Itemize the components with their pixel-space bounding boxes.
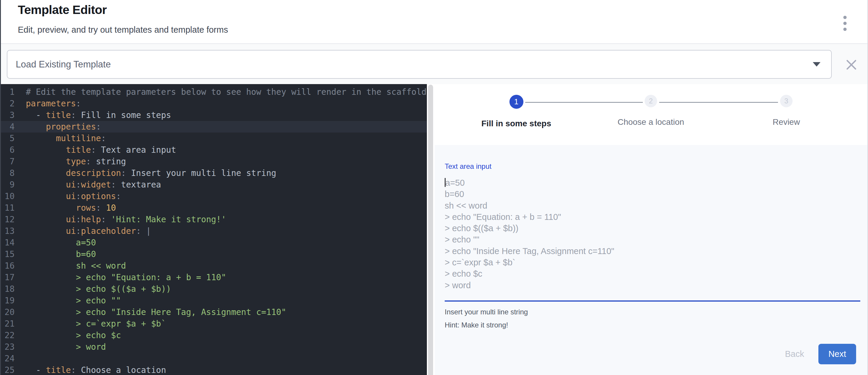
code-text: > word [14,341,106,353]
code-line[interactable]: 25 - title: Choose a location [1,364,427,375]
form-card: Text area input a=50b=60sh << word> echo… [435,145,867,375]
editor-scrollbar[interactable] [427,84,435,375]
line-number: 12 [1,214,14,225]
line-number: 11 [1,202,14,214]
code-text: ui:widget: textarea [14,179,161,190]
wizard-actions: Back Next [785,344,856,364]
yaml-code-editor[interactable]: 1# Edit the template parameters below to… [1,84,427,375]
clear-template-button[interactable] [845,58,858,71]
textarea-placeholder-line: > word [445,280,860,291]
code-text: # Edit the template parameters below to … [14,86,427,98]
code-line[interactable]: 22 > echo $c [1,330,427,341]
multiline-textarea[interactable]: a=50b=60sh << word> echo "Equation: a + … [445,177,860,296]
page-title: Template Editor [18,3,106,17]
textarea-focus-underline [445,301,860,302]
more-options-button[interactable] [838,12,852,34]
header: Template Editor Edit, preview, and try o… [1,0,867,44]
line-number: 8 [1,167,14,179]
editor-scrollbar-thumb[interactable] [428,85,433,375]
main-split: 1# Edit the template parameters below to… [1,84,867,375]
code-line[interactable]: 10 ui:options: [1,190,427,202]
code-line[interactable]: 5 multiline: [1,132,427,144]
code-line[interactable]: 6 title: Text area input [1,144,427,156]
code-text: > echo $(($a + $b)) [14,283,171,295]
code-text: > echo $c [14,330,121,341]
field-help: Hint: Make it strong! [445,321,508,329]
field-description: Insert your multi line string [445,308,528,316]
kebab-menu-icon [843,22,847,25]
textarea-placeholder-line: > echo $(($a + $b)) [445,223,860,234]
code-line[interactable]: 1# Edit the template parameters below to… [1,86,427,98]
line-number: 1 [1,86,14,98]
line-number: 24 [1,353,14,364]
code-line[interactable]: 7 type: string [1,156,427,167]
back-button[interactable]: Back [785,349,804,359]
load-template-select[interactable]: Load Existing Template [7,50,832,79]
next-button[interactable]: Next [818,344,856,364]
code-line[interactable]: 8 description: Insert your multi line st… [1,167,427,179]
code-text: sh << word [14,260,126,272]
code-text: b=60 [14,248,96,260]
code-line[interactable]: 23 > word [1,341,427,353]
step-circle[interactable]: 1 [509,95,523,109]
stepper: 1 Fill in some steps 2 Choose a location… [435,84,867,145]
code-text: properties: [14,121,101,132]
page-subtitle: Edit, preview, and try out templates and… [18,25,228,35]
code-line[interactable]: 11 rows: 10 [1,202,427,214]
code-line[interactable]: 17 > echo "Equation: a + b = 110" [1,272,427,283]
line-number: 22 [1,330,14,341]
textarea-placeholder-line: sh << word [445,200,860,211]
stepper-step-2[interactable]: 2 Choose a location [600,95,701,127]
line-number: 7 [1,156,14,167]
code-line[interactable]: 15 b=60 [1,248,427,260]
code-text: title: Text area input [14,144,176,156]
code-line[interactable]: 13 ui:placeholder: | [1,225,427,237]
code-text: type: string [14,156,126,167]
line-number: 20 [1,306,14,318]
step-circle[interactable]: 3 [780,95,793,107]
line-number: 14 [1,237,14,248]
code-text: > echo "" [14,295,121,306]
step-label: Choose a location [600,117,701,127]
code-line[interactable]: 3 - title: Fill in some steps [1,110,427,121]
step-label: Review [736,117,837,127]
code-text: parameters: [14,98,81,110]
code-text: ui:help: 'Hint: Make it strong!' [14,214,226,225]
code-text: > c=`expr $a + $b` [14,318,166,330]
code-line[interactable]: 2parameters: [1,98,427,110]
code-text: ui:options: [14,190,121,202]
code-line[interactable]: 21 > c=`expr $a + $b` [1,318,427,330]
line-number: 25 [1,364,14,375]
caret-down-icon[interactable] [813,62,820,67]
code-line[interactable]: 14 a=50 [1,237,427,248]
stepper-step-1[interactable]: 1 Fill in some steps [466,95,567,128]
code-line[interactable]: 4 properties: [1,121,427,132]
line-number: 17 [1,272,14,283]
code-line[interactable]: 18 > echo $(($a + $b)) [1,283,427,295]
code-line[interactable]: 24 [1,353,427,364]
line-number: 23 [1,341,14,353]
code-text: description: Insert your multi line stri… [14,167,276,179]
textarea-placeholder-line: > echo $c [445,268,860,279]
code-line[interactable]: 20 > echo "Inside Here Tag, Assignment c… [1,306,427,318]
step-label: Fill in some steps [466,119,567,128]
close-icon [845,59,857,71]
code-text: rows: 10 [14,202,116,214]
code-line[interactable]: 16 sh << word [1,260,427,272]
line-number: 3 [1,110,14,121]
textarea-placeholder-line: b=60 [445,188,860,200]
code-line[interactable]: 12 ui:help: 'Hint: Make it strong!' [1,214,427,225]
code-line[interactable]: 19 > echo "" [1,295,427,306]
step-circle[interactable]: 2 [645,95,657,107]
line-number: 9 [1,179,14,190]
code-text: > echo "Equation: a + b = 110" [14,272,226,283]
code-text: ui:placeholder: | [14,225,151,237]
stepper-step-3[interactable]: 3 Review [736,95,837,127]
line-number: 21 [1,318,14,330]
load-template-placeholder: Load Existing Template [16,59,813,70]
code-text [14,353,26,364]
code-line[interactable]: 9 ui:widget: textarea [1,179,427,190]
template-preview-panel: 1 Fill in some steps 2 Choose a location… [435,84,867,375]
textarea-placeholder-line: > c=`expr $a + $b` [445,257,860,268]
line-number: 19 [1,295,14,306]
